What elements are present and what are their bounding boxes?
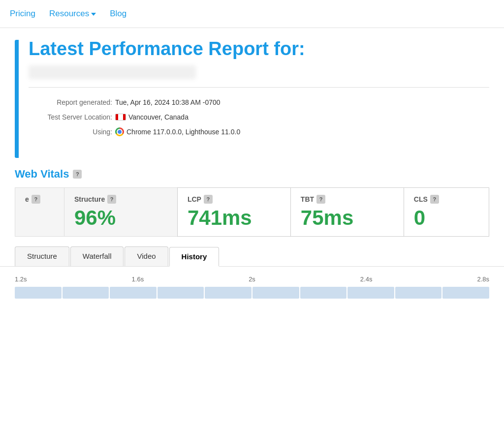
metric-label-lcp: LCP ? bbox=[188, 195, 281, 204]
tabs-section: Structure Waterfall Video History bbox=[0, 237, 504, 267]
metric-cls-text: CLS bbox=[414, 195, 428, 203]
meta-row-using: Using: Chrome 117.0.0.0, Lighthouse 11.0… bbox=[29, 125, 489, 139]
web-vitals-help-icon[interactable]: ? bbox=[73, 170, 82, 179]
main-content: Latest Performance Report for: Report ge… bbox=[0, 28, 504, 158]
using-text: Chrome 117.0.0.0, Lighthouse 11.0.0 bbox=[126, 125, 240, 139]
chart-label-2: 2s bbox=[249, 275, 255, 283]
metric-partial-text: e bbox=[25, 195, 29, 203]
chart-bar-4 bbox=[205, 287, 252, 299]
meta-row-server: Test Server Location: Vancouver, Canada bbox=[29, 110, 489, 124]
metric-cls-help[interactable]: ? bbox=[430, 195, 439, 204]
metric-value-cls: 0 bbox=[414, 207, 479, 229]
metric-label-tbt: TBT ? bbox=[301, 195, 394, 204]
url-blurred bbox=[29, 65, 196, 79]
chart-bar-9 bbox=[442, 287, 489, 299]
metric-label-cls: CLS ? bbox=[414, 195, 479, 204]
meta-server-label: Test Server Location: bbox=[29, 110, 112, 124]
chart-bar-5 bbox=[252, 287, 299, 299]
metric-structure-help[interactable]: ? bbox=[107, 195, 116, 204]
metric-label-partial: e ? bbox=[25, 195, 54, 204]
nav-resources-label: Resources bbox=[49, 9, 89, 19]
nav-resources[interactable]: Resources bbox=[49, 9, 96, 19]
chart-bar-8 bbox=[395, 287, 442, 299]
chart-label-3: 2.4s bbox=[360, 275, 373, 283]
meta-generated-label: Report generated: bbox=[29, 95, 112, 109]
chart-section: 1.2s 1.6s 2s 2.4s 2.8s bbox=[0, 267, 504, 299]
metric-structure-text: Structure bbox=[74, 195, 105, 203]
nav-pricing[interactable]: Pricing bbox=[10, 9, 35, 19]
chart-x-axis: 1.2s 1.6s 2s 2.4s 2.8s bbox=[15, 272, 489, 285]
chart-bars bbox=[15, 287, 489, 299]
web-vitals-section: Web Vitals ? e ? Structure ? 96% LCP ? 7… bbox=[0, 158, 504, 237]
divider bbox=[29, 87, 489, 88]
metric-value-structure: 96% bbox=[74, 207, 167, 229]
chart-label-0: 1.2s bbox=[15, 275, 27, 283]
chart-bar-2 bbox=[110, 287, 157, 299]
metric-card-structure: Structure ? 96% bbox=[64, 187, 177, 237]
meta-generated-value: Tue, Apr 16, 2024 10:38 AM -0700 bbox=[115, 95, 220, 109]
tab-waterfall[interactable]: Waterfall bbox=[70, 246, 124, 266]
chart-bar-0 bbox=[15, 287, 62, 299]
chart-bar-7 bbox=[347, 287, 394, 299]
nav-bar: Pricing Resources Blog bbox=[0, 0, 504, 28]
metric-card-tbt: TBT ? 75ms bbox=[290, 187, 404, 237]
nav-blog[interactable]: Blog bbox=[110, 9, 126, 19]
chart-label-1: 1.6s bbox=[132, 275, 144, 283]
metric-card-cls: CLS ? 0 bbox=[404, 187, 489, 237]
web-vitals-title: Web Vitals bbox=[15, 168, 69, 181]
metric-value-lcp: 741ms bbox=[188, 207, 281, 229]
chart-bar-1 bbox=[63, 287, 109, 299]
metric-partial-help[interactable]: ? bbox=[32, 195, 40, 204]
left-accent-bar bbox=[15, 40, 19, 158]
flag-canada-icon bbox=[115, 114, 126, 121]
meta-row-generated: Report generated: Tue, Apr 16, 2024 10:3… bbox=[29, 95, 489, 109]
metric-lcp-text: LCP bbox=[188, 195, 201, 203]
chevron-down-icon bbox=[91, 13, 96, 16]
metrics-row: e ? Structure ? 96% LCP ? 741ms TBT ? bbox=[15, 187, 489, 237]
tab-structure[interactable]: Structure bbox=[15, 246, 69, 266]
report-title: Latest Performance Report for: bbox=[29, 38, 489, 61]
chrome-icon bbox=[115, 127, 124, 136]
tab-history[interactable]: History bbox=[169, 247, 220, 267]
tabs-row: Structure Waterfall Video History bbox=[15, 246, 489, 266]
chart-label-4: 2.8s bbox=[477, 275, 489, 283]
metric-card-partial: e ? bbox=[15, 187, 64, 237]
meta-server-value: Vancouver, Canada bbox=[115, 110, 189, 124]
metric-card-lcp: LCP ? 741ms bbox=[177, 187, 290, 237]
metric-tbt-help[interactable]: ? bbox=[316, 195, 325, 204]
report-section: Latest Performance Report for: Report ge… bbox=[19, 38, 489, 158]
metric-tbt-text: TBT bbox=[301, 195, 314, 203]
meta-info: Report generated: Tue, Apr 16, 2024 10:3… bbox=[29, 95, 489, 139]
meta-using-label: Using: bbox=[29, 125, 112, 139]
metric-value-tbt: 75ms bbox=[301, 207, 394, 229]
metric-label-structure: Structure ? bbox=[74, 195, 167, 204]
meta-using-value: Chrome 117.0.0.0, Lighthouse 11.0.0 bbox=[115, 125, 240, 139]
web-vitals-header: Web Vitals ? bbox=[15, 168, 489, 181]
server-location-text: Vancouver, Canada bbox=[128, 110, 189, 124]
metric-lcp-help[interactable]: ? bbox=[204, 195, 213, 204]
chart-bar-3 bbox=[158, 287, 204, 299]
tab-video[interactable]: Video bbox=[125, 246, 168, 266]
chart-bar-6 bbox=[300, 287, 347, 299]
